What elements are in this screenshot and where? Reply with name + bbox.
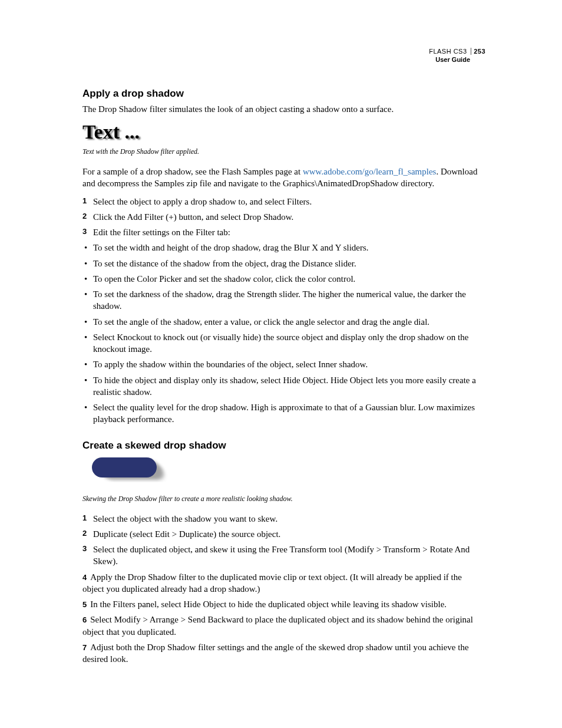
step-item: 4Apply the Drop Shadow filter to the dup… [82, 571, 485, 595]
skewed-shadow-example-image [87, 455, 485, 493]
guide-label: User Guide [82, 55, 485, 64]
bullet-item: To hide the object and display only its … [82, 374, 485, 398]
bullet-item: To set the darkness of the shadow, drag … [82, 288, 485, 312]
image-caption-1: Text with the Drop Shadow filter applied… [82, 147, 485, 156]
image-caption-2: Skewing the Drop Shadow filter to create… [82, 494, 485, 503]
step-item: 3Edit the filter settings on the Filter … [82, 226, 485, 238]
document-page: FLASH CS3 253 User Guide Apply a drop sh… [0, 0, 562, 716]
section-heading-skewed-drop-shadow: Create a skewed drop shadow [82, 440, 485, 452]
section-heading-apply-drop-shadow: Apply a drop shadow [82, 88, 485, 100]
step-item: 3Select the duplicated object, and skew … [82, 543, 485, 568]
step-item: 1Select the object to apply a drop shado… [82, 196, 485, 207]
step-item: 1Select the object with the shadow you w… [82, 513, 485, 525]
intro-paragraph: The Drop Shadow filter simulates the loo… [82, 103, 485, 115]
step-item: 7Adjust both the Drop Shadow filter sett… [82, 641, 485, 666]
bullet-item: To set the width and height of the drop … [82, 242, 485, 253]
sample-paragraph: For a sample of a drop shadow, see the F… [82, 166, 485, 190]
product-name: FLASH CS3 [429, 48, 467, 55]
bullet-item: To set the distance of the shadow from t… [82, 258, 485, 269]
step-item: 2Click the Add Filter (+) button, and se… [82, 211, 485, 223]
steps-list-1: 1Select the object to apply a drop shado… [82, 196, 485, 239]
bullet-item: To set the angle of the shadow, enter a … [82, 316, 485, 328]
bullet-list-1: To set the width and height of the drop … [82, 242, 485, 425]
step-item: 6Select Modify > Arrange > Send Backward… [82, 614, 485, 638]
steps-list-2: 1Select the object with the shadow you w… [82, 513, 485, 568]
bullet-item: Select the quality level for the drop sh… [82, 401, 485, 426]
bullet-item: To open the Color Picker and set the sha… [82, 273, 485, 285]
page-header: FLASH CS3 253 User Guide [82, 47, 485, 64]
bullet-item: Select Knockout to knock out (or visuall… [82, 331, 485, 355]
step-item: 5In the Filters panel, select Hide Objec… [82, 598, 485, 610]
page-number: 253 [471, 48, 485, 55]
svg-rect-3 [92, 457, 157, 477]
drop-shadow-example-image: Text ... Text ... [82, 121, 485, 146]
svg-text:Text ...: Text ... [82, 121, 140, 143]
step-item: 2Duplicate (select Edit > Duplicate) the… [82, 528, 485, 540]
bullet-item: To apply the shadow within the boundarie… [82, 358, 485, 370]
samples-link[interactable]: www.adobe.com/go/learn_fl_samples [303, 167, 436, 176]
